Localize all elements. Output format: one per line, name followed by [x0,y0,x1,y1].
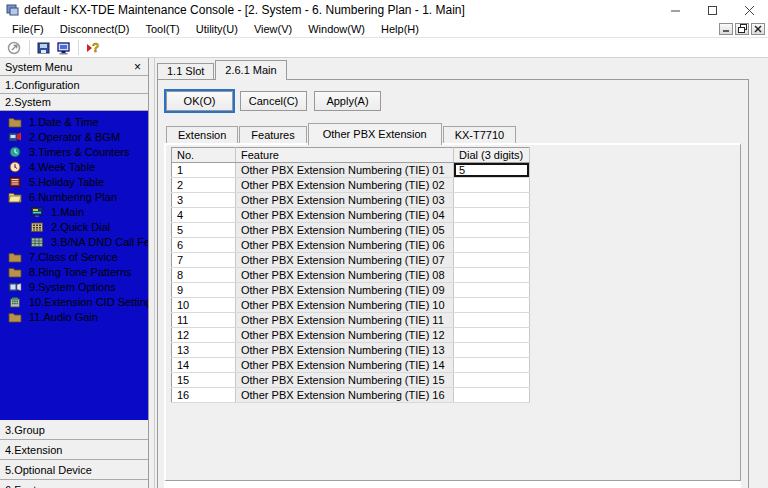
sidebar-section-system[interactable]: 2.System [0,94,148,111]
menu-help[interactable]: Help(H) [373,20,427,37]
tree-item-label: 8.Ring Tone Patterns [29,266,132,278]
tree-item-label: 11.Audio Gain [29,311,98,323]
sidebar-splitter[interactable] [148,58,155,488]
title-bar: default - KX-TDE Maintenance Console - [… [0,0,768,20]
table-row: 2Other PBX Extension Numbering (TIE) 02 [172,178,530,193]
panel-bottom-strip [164,481,741,488]
context-help-icon[interactable]: ? [83,39,103,57]
menu-tool[interactable]: Tool(T) [137,20,187,37]
timers-icon [8,146,24,158]
sidebar-section-feature[interactable]: 6.Feature [0,480,148,488]
tab-2-6-1-main[interactable]: 2.6.1 Main [215,60,286,80]
menu-view[interactable]: View(V) [246,20,300,37]
mdi-restore-icon[interactable] [735,23,749,35]
ok-button[interactable]: OK(O) [166,91,233,111]
tree-item-6-numbering-plan[interactable]: 6.Numbering Plan [0,189,148,204]
table-header-row: No. Feature Dial (3 digits) [172,148,530,163]
dial-value-cell[interactable] [454,388,530,403]
apply-button[interactable]: Apply(A) [314,91,381,111]
window-title: default - KX-TDE Maintenance Console - [… [24,3,465,17]
menu-utility[interactable]: Utility(U) [188,20,246,37]
feature-name-cell: Other PBX Extension Numbering (TIE) 10 [236,298,454,313]
dial-value-cell[interactable] [454,358,530,373]
dial-value-cell[interactable] [454,283,530,298]
folder-icon [8,251,24,263]
sidebar-section-extension[interactable]: 4.Extension [0,440,148,460]
table-icon [30,236,46,248]
tab-other-pbx-extension[interactable]: Other PBX Extension [308,123,442,145]
dial-value-cell[interactable] [454,208,530,223]
mdi-close-icon[interactable] [751,23,765,35]
maximize-icon[interactable] [694,0,731,20]
clock-icon [8,161,24,173]
tab-1-1-slot[interactable]: 1.1 Slot [157,63,214,79]
sidebar-section-configuration[interactable]: 1.Configuration [0,76,148,94]
table-row: 8Other PBX Extension Numbering (TIE) 08 [172,268,530,283]
save-pc-icon[interactable] [34,39,54,57]
feature-name-cell: Other PBX Extension Numbering (TIE) 08 [236,268,454,283]
tree-item-4-week-table[interactable]: 4.Week Table [0,159,148,174]
dial-value-cell[interactable] [454,313,530,328]
menu-window[interactable]: Window(W) [300,20,373,37]
dial-value-cell[interactable] [454,268,530,283]
tree-item-8-ring-tone-patterns[interactable]: 8.Ring Tone Patterns [0,264,148,279]
tree-item-1-main[interactable]: 1.Main [0,204,148,219]
pc-monitor-icon[interactable] [54,39,74,57]
tab-extension[interactable]: Extension [166,126,238,143]
cancel-button[interactable]: Cancel(C) [240,91,307,111]
menu-disconnect[interactable]: Disconnect(D) [52,20,138,37]
sidebar-header: System Menu × [0,58,148,76]
dial-value-cell[interactable] [454,298,530,313]
dial-value-cell[interactable] [454,223,530,238]
dial-value-cell[interactable] [454,343,530,358]
dial-value-cell[interactable] [454,253,530,268]
header-no: No. [172,148,236,163]
feature-name-cell: Other PBX Extension Numbering (TIE) 15 [236,373,454,388]
dial-value-cell[interactable] [454,238,530,253]
tree-item-label: 10.Extension CID Settings [29,296,148,308]
menu-file[interactable]: File(F) [4,20,52,37]
row-number-cell: 1 [172,163,236,178]
tab-kx-t7710[interactable]: KX-T7710 [443,126,517,143]
feature-name-cell: Other PBX Extension Numbering (TIE) 05 [236,223,454,238]
tree-item-1-date-time[interactable]: 1.Date & Time [0,114,148,129]
close-icon[interactable] [731,0,768,20]
tree-item-2-quick-dial[interactable]: 2.Quick Dial [0,219,148,234]
tree-item-label: 2.Operator & BGM [29,131,120,143]
feature-name-cell: Other PBX Extension Numbering (TIE) 01 [236,163,454,178]
dial-value-cell[interactable] [454,178,530,193]
connect-icon[interactable] [5,39,25,57]
numbering-plan-panel: OK(O) Cancel(C) Apply(A) Extension Featu… [157,79,749,488]
holiday-icon [8,176,24,188]
dial-value-cell[interactable] [454,328,530,343]
table-row: 13Other PBX Extension Numbering (TIE) 13 [172,343,530,358]
row-number-cell: 5 [172,223,236,238]
mdi-tab-bar: 1.1 Slot 2.6.1 Main [155,58,768,79]
toolbar-separator [29,40,30,55]
app-icon [6,4,19,16]
tree-item-9-system-options[interactable]: 9.System Options [0,279,148,294]
feature-name-cell: Other PBX Extension Numbering (TIE) 12 [236,328,454,343]
table-row: 6Other PBX Extension Numbering (TIE) 06 [172,238,530,253]
minimize-icon[interactable] [657,0,694,20]
row-number-cell: 3 [172,193,236,208]
sidebar-close-icon[interactable]: × [132,62,143,72]
tree-item-11-audio-gain[interactable]: 11.Audio Gain [0,309,148,324]
dial-value-cell[interactable] [454,373,530,388]
sidebar-section-optional-device[interactable]: 5.Optional Device [0,460,148,480]
mdi-minimize-icon[interactable] [719,23,733,35]
tree-item-5-holiday-table[interactable]: 5.Holiday Table [0,174,148,189]
tree-item-3-b-na-dnd-call-feature[interactable]: 3.B/NA DND Call Feature [0,234,148,249]
dial-value-cell-selected[interactable]: 5 [454,163,530,178]
row-number-cell: 16 [172,388,236,403]
sidebar-section-group[interactable]: 3.Group [0,420,148,440]
tree-item-2-operator-bgm[interactable]: 2.Operator & BGM [0,129,148,144]
tree-item-3-timers-counters[interactable]: 3.Timers & Counters [0,144,148,159]
tree-item-10-extension-cid-settings[interactable]: 10.Extension CID Settings [0,294,148,309]
table-row: 10Other PBX Extension Numbering (TIE) 10 [172,298,530,313]
row-number-cell: 7 [172,253,236,268]
dial-value-cell[interactable] [454,193,530,208]
tree-item-7-class-of-service[interactable]: 7.Class of Service [0,249,148,264]
folder-icon [8,266,24,278]
tab-features[interactable]: Features [239,126,306,143]
